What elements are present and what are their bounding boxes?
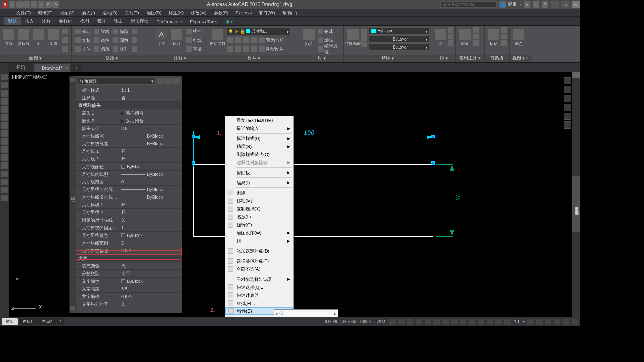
ortho-icon[interactable] bbox=[407, 319, 413, 325]
toolbar-icon[interactable] bbox=[1, 162, 8, 169]
clip-tool-icon[interactable] bbox=[501, 27, 507, 33]
isolate-icon[interactable] bbox=[554, 319, 560, 325]
menu-item[interactable]: 帮助(H) bbox=[282, 10, 297, 16]
menu-item[interactable]: 格式(O) bbox=[102, 10, 118, 16]
toolbar-icon[interactable] bbox=[1, 146, 8, 153]
lineweight-dropdown[interactable]: ByLayer▾ bbox=[369, 35, 429, 43]
property-row[interactable]: 尺寸线 1开 bbox=[76, 148, 182, 155]
menu-item[interactable]: 参数(P) bbox=[214, 10, 229, 16]
create-block-button[interactable]: 创建 bbox=[317, 27, 341, 35]
osnap-icon[interactable] bbox=[425, 319, 431, 325]
mirror-button[interactable]: 镜像 bbox=[93, 36, 110, 44]
panel-label[interactable]: 实用工具 ▾ bbox=[456, 55, 484, 62]
modify-small-icon[interactable] bbox=[131, 36, 138, 44]
otrack-icon[interactable] bbox=[442, 319, 449, 325]
property-row[interactable]: 尺寸线线宽 ByBlock bbox=[76, 132, 182, 140]
measure-button[interactable]: 测量 bbox=[458, 27, 472, 47]
minimize-button[interactable]: — bbox=[551, 1, 559, 8]
trim-button[interactable]: 修剪 bbox=[112, 27, 129, 35]
command-line[interactable]: ▸ 令▴ bbox=[274, 309, 338, 317]
palette-autohide-icon[interactable] bbox=[70, 78, 75, 82]
toolbar-icon[interactable] bbox=[1, 154, 8, 161]
ws-icon[interactable] bbox=[536, 319, 543, 325]
util-tool-icon[interactable] bbox=[473, 27, 479, 33]
layer-tool-icon[interactable] bbox=[234, 36, 242, 44]
text-button[interactable]: A文字 bbox=[155, 27, 168, 47]
close-button[interactable]: ✕ bbox=[572, 1, 580, 8]
toolbar-icon[interactable] bbox=[1, 171, 8, 177]
doc-tab-drawing1[interactable]: Drawing1*✕ bbox=[34, 64, 70, 72]
property-row[interactable]: 尺寸界线范围5 bbox=[76, 239, 182, 247]
orbit-icon[interactable] bbox=[564, 113, 571, 120]
property-row[interactable]: 标注样式1 : 1 bbox=[76, 86, 182, 94]
pan-icon[interactable] bbox=[564, 95, 571, 102]
property-row[interactable]: 尺寸界线 1开 bbox=[76, 201, 182, 209]
toolbar-icon[interactable] bbox=[1, 130, 8, 137]
viewcube-icon[interactable] bbox=[564, 77, 571, 84]
add-layout-button[interactable]: + bbox=[57, 318, 64, 325]
menu-item[interactable]: 标注(N) bbox=[169, 10, 184, 16]
menu-item[interactable]: 窗口(W) bbox=[259, 10, 275, 16]
property-row[interactable]: 注释性否 bbox=[76, 94, 182, 102]
ribbon-tab[interactable]: 输出 bbox=[110, 17, 127, 25]
context-menu-item[interactable]: 删除 bbox=[225, 189, 293, 197]
layer-tool-icon[interactable] bbox=[250, 36, 258, 44]
group-button[interactable]: 组 bbox=[435, 27, 446, 47]
cleanscreen-icon[interactable] bbox=[563, 319, 569, 325]
line-button[interactable]: 直线 bbox=[2, 27, 16, 47]
layer-tool-icon[interactable] bbox=[250, 45, 258, 53]
property-row[interactable]: 尺寸线的线型 ByBlock bbox=[76, 171, 182, 178]
polyline-button[interactable]: 多段线 bbox=[17, 27, 31, 47]
zoom-icon[interactable] bbox=[564, 104, 571, 111]
toolbar-icon[interactable] bbox=[1, 179, 8, 185]
property-row[interactable]: 填充颜色无 bbox=[76, 262, 182, 270]
panel-label[interactable]: 注释 ▾ bbox=[152, 55, 208, 62]
model-tab[interactable]: 模型 bbox=[2, 318, 18, 325]
hardware-icon[interactable] bbox=[545, 319, 551, 325]
context-menu-item[interactable]: 重复TEXTEDIT(R) bbox=[225, 116, 293, 124]
qat-plot-icon[interactable]: ▫ bbox=[38, 1, 44, 8]
menu-item[interactable]: 绘图(D) bbox=[147, 10, 161, 16]
prop-tool-icon[interactable] bbox=[361, 35, 367, 41]
ribbon-tab[interactable]: Express Tools bbox=[186, 18, 221, 25]
palette-menu-icon[interactable] bbox=[70, 306, 75, 311]
property-row[interactable]: 尺寸界线线宽 ByBlock bbox=[76, 140, 182, 148]
login-button[interactable]: 登录 bbox=[508, 2, 517, 8]
cmdline-dropdown-icon[interactable]: ▴ bbox=[334, 311, 336, 316]
panel-label[interactable]: 特性 ▾ bbox=[344, 55, 432, 62]
context-menu-item[interactable]: 查找(F)... bbox=[225, 299, 293, 307]
context-menu-item[interactable]: 全部不选(A) bbox=[225, 265, 293, 273]
help-icon[interactable]: ? bbox=[542, 1, 548, 8]
viewport-label[interactable]: [-][俯视][二维线框] bbox=[12, 74, 47, 80]
context-menu-item[interactable]: 最近的输入▶ bbox=[225, 124, 293, 132]
leader-button[interactable]: 引线 bbox=[185, 36, 202, 44]
rotate-button[interactable]: 旋转 bbox=[93, 27, 110, 35]
match-layer-button[interactable]: 匹配图层 bbox=[258, 45, 285, 53]
panel-label[interactable]: 组 ▾ bbox=[432, 55, 455, 62]
table-button[interactable]: 表格 bbox=[185, 45, 202, 53]
toolbar-icon[interactable] bbox=[1, 74, 8, 80]
prop-tool-icon[interactable] bbox=[361, 29, 367, 35]
layout-tab[interactable]: 布局1 bbox=[19, 318, 37, 325]
property-row[interactable]: 箭头大小3.5 bbox=[76, 125, 182, 132]
context-menu-item[interactable]: 移动(M) bbox=[225, 197, 293, 205]
property-row[interactable]: 尺寸线颜色 ByBlock bbox=[76, 163, 182, 171]
toolbar-icon[interactable] bbox=[1, 82, 8, 88]
dynucs-icon[interactable] bbox=[451, 319, 458, 325]
help-search-input[interactable] bbox=[440, 1, 497, 8]
app-icon[interactable]: A bbox=[2, 1, 8, 8]
quickselect-icon[interactable] bbox=[157, 78, 164, 84]
paste-button[interactable]: 粘贴 bbox=[487, 27, 500, 47]
util-tool-icon[interactable] bbox=[473, 40, 479, 46]
draw-small-icon[interactable] bbox=[62, 36, 69, 44]
group-tool-icon[interactable] bbox=[448, 34, 453, 39]
context-menu-item[interactable]: 删除样式替代(O) bbox=[225, 150, 293, 158]
panel-label[interactable]: 绘图 ▾ bbox=[0, 55, 71, 62]
make-current-button[interactable]: 置为当前 bbox=[258, 36, 285, 44]
modify-small-icon[interactable] bbox=[131, 45, 138, 53]
property-row[interactable]: 尺寸线范围0 bbox=[76, 178, 182, 186]
ribbon-tab[interactable]: 插入 bbox=[21, 17, 38, 25]
property-row[interactable]: 尺寸界线的固定...1 bbox=[76, 224, 182, 232]
dyn-icon[interactable] bbox=[460, 319, 466, 325]
copy-button[interactable]: 复制 bbox=[74, 36, 91, 44]
